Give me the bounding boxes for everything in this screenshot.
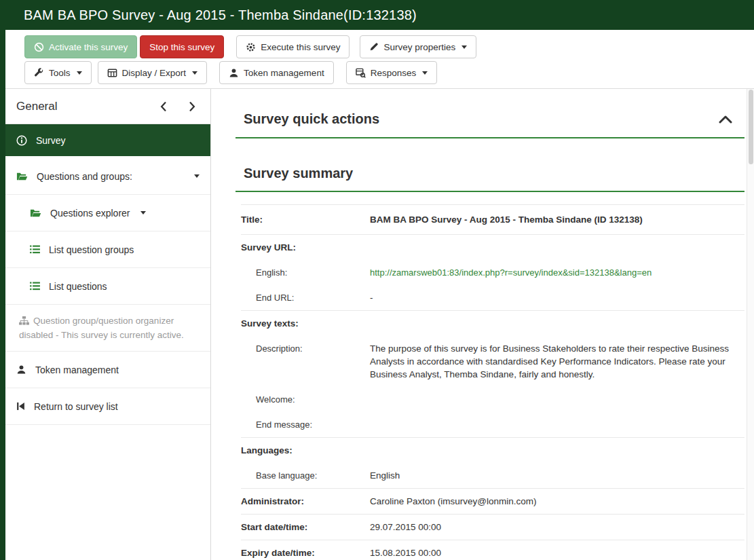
tools-label: Tools [49, 68, 71, 78]
summary-row-url-english: English: http://zamarsweb01:83/index.php… [241, 260, 744, 285]
main-panel: Survey quick actions Survey summary Titl… [211, 89, 754, 560]
sidebar-item-label: Questions and groups: [37, 171, 132, 182]
chevron-left-icon[interactable] [160, 102, 166, 111]
window-title: BAM BA BPO Survey - Aug 2015 - Themba Si… [24, 7, 417, 23]
toolbar: Activate this survey Stop this survey Ex… [0, 30, 754, 88]
toolbar-row-secondary: Tools Display / Export Token management … [24, 61, 754, 84]
person-icon [229, 68, 239, 78]
caret-down-icon [140, 211, 146, 214]
row-label: Title: [241, 213, 370, 226]
row-label: Description: [241, 342, 370, 381]
info-circle-icon [16, 135, 27, 146]
sidebar-item-label: Token management [35, 365, 119, 375]
summary-row-description: Description: The purpose of this survey … [241, 336, 744, 387]
summary-section-header: Survey summary [235, 166, 744, 192]
row-value [370, 418, 744, 431]
summary-row-languages: Languages: [241, 437, 744, 463]
display-export-button[interactable]: Display / Export [98, 61, 208, 84]
chevron-right-icon[interactable] [189, 102, 195, 111]
execute-survey-button[interactable]: Execute this survey [236, 35, 350, 58]
top-bar: BAM BA BPO Survey - Aug 2015 - Themba Si… [0, 0, 754, 30]
person-icon [16, 365, 26, 375]
row-value [370, 444, 744, 457]
caret-down-icon [192, 71, 197, 75]
responses-button[interactable]: Responses [346, 61, 438, 84]
sidebar-item-list-question-groups[interactable]: List question groups [5, 231, 210, 268]
caret-down-icon [194, 174, 200, 178]
row-value: The purpose of this survey is for Busine… [370, 342, 744, 381]
sitemap-icon [19, 316, 29, 325]
row-value [370, 317, 744, 330]
sidebar-item-survey[interactable]: Survey [5, 124, 210, 156]
table-grid-icon [107, 68, 117, 78]
quick-actions-title: Survey quick actions [244, 111, 379, 127]
summary-row-administrator: Administrator: Caroline Paxton (imsurvey… [241, 488, 744, 514]
toolbar-row-primary: Activate this survey Stop this survey Ex… [24, 35, 754, 58]
summary-row-start-datetime: Start date/time: 29.07.2015 00:00 [241, 514, 744, 540]
row-value: 15.08.2015 00:00 [370, 546, 744, 559]
summary-row-welcome: Welcome: [241, 387, 744, 412]
folder-open-icon [30, 208, 41, 218]
caret-down-icon [422, 71, 428, 75]
pencil-icon [369, 42, 379, 52]
caret-down-icon [461, 45, 467, 49]
row-value: 29.07.2015 00:00 [370, 521, 744, 534]
sidebar-item-return-survey-list[interactable]: Return to survey list [5, 388, 210, 425]
chevron-up-icon [719, 115, 732, 124]
activate-survey-button[interactable]: Activate this survey [24, 35, 137, 58]
organizer-disabled-text: Question group/question organizer disabl… [19, 316, 184, 340]
sidebar-item-list-questions[interactable]: List questions [5, 268, 210, 305]
content-area: General Survey Questi [0, 88, 754, 560]
row-label: Base language: [241, 469, 370, 482]
row-label: Administrator: [241, 495, 370, 508]
summary-row-title: Title: BAM BA BPO Survey - Aug 2015 - Th… [241, 204, 744, 234]
sidebar-item-label: List question groups [49, 244, 134, 255]
summary-row-end-message: End message: [241, 412, 744, 437]
responses-label: Responses [371, 68, 417, 78]
sidebar: General Survey Questi [5, 89, 211, 560]
sidebar-nav: Survey Questions and groups: Questions e… [5, 124, 210, 425]
sidebar-pager [160, 102, 195, 111]
sidebar-item-token-management[interactable]: Token management [5, 352, 210, 388]
folder-open-icon [16, 172, 28, 181]
survey-properties-label: Survey properties [383, 42, 455, 52]
sidebar-item-label: Return to survey list [34, 401, 118, 412]
browse-responses-icon [356, 68, 366, 78]
row-value: Caroline Paxton (imsurvey@lonmin.com) [370, 495, 744, 508]
sidebar-item-questions-groups[interactable]: Questions and groups: [5, 158, 210, 195]
step-backward-icon [16, 402, 25, 411]
row-label: Start date/time: [241, 521, 370, 534]
summary-row-expiry-datetime: Expiry date/time: 15.08.2015 00:00 [241, 540, 744, 560]
list-icon [30, 282, 40, 291]
collapse-panel-button[interactable] [719, 115, 732, 124]
sidebar-title: General [16, 100, 57, 113]
survey-url-link[interactable]: http://zamarsweb01:83/index.php?r=survey… [370, 267, 652, 278]
activate-survey-label: Activate this survey [49, 42, 128, 52]
row-label: Welcome: [241, 393, 370, 406]
left-accent-strip [0, 0, 5, 560]
wrench-icon [34, 68, 44, 78]
token-management-button[interactable]: Token management [219, 61, 334, 84]
scrollbar-thumb[interactable] [749, 90, 753, 164]
caret-down-icon [77, 71, 82, 75]
sidebar-item-label: Questions explorer [50, 208, 130, 219]
summary-row-survey-url: Survey URL: [241, 234, 744, 260]
tools-button[interactable]: Tools [24, 61, 92, 84]
row-value [370, 241, 744, 254]
vertical-scrollbar[interactable] [747, 89, 754, 560]
row-value [370, 393, 744, 406]
survey-properties-button[interactable]: Survey properties [360, 35, 476, 58]
row-label: End message: [241, 418, 370, 431]
summary-row-survey-texts: Survey texts: [241, 310, 744, 336]
row-label: Survey texts: [241, 317, 370, 330]
survey-summary-table: Title: BAM BA BPO Survey - Aug 2015 - Th… [235, 204, 744, 560]
summary-title: Survey summary [244, 166, 353, 181]
row-label: Expiry date/time: [241, 546, 370, 559]
sidebar-item-label: List questions [49, 281, 107, 292]
stop-survey-button[interactable]: Stop this survey [140, 35, 224, 58]
sidebar-item-questions-explorer[interactable]: Questions explorer [5, 195, 210, 231]
sidebar-header: General [5, 89, 210, 124]
token-management-label: Token management [244, 68, 324, 78]
row-label: Survey URL: [241, 241, 370, 254]
row-label: English: [241, 266, 370, 279]
